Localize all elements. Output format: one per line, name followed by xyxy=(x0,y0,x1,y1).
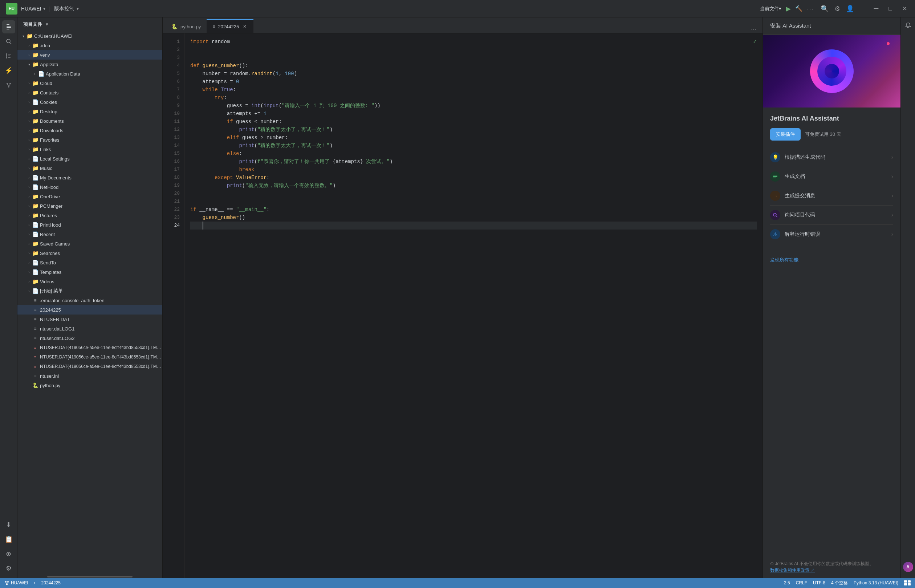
sidebar-item-templates[interactable]: › 📄 Templates xyxy=(18,267,162,277)
activity-search[interactable] xyxy=(2,35,15,48)
sidebar-item-recent[interactable]: › 📄 Recent xyxy=(18,229,162,239)
sidebar-tree[interactable]: ▾ 📁 C:\Users\HUAWEI › 📁 .idea › 📁 venv xyxy=(18,31,162,576)
brand-dropdown[interactable]: ▾ xyxy=(43,6,45,11)
sidebar-item-favorites[interactable]: › 📁 Favorites xyxy=(18,135,162,145)
sidebar-item-ntuser-log2[interactable]: ≡ ntuser.dat.LOG2 xyxy=(18,333,162,343)
activity-structure[interactable] xyxy=(2,49,15,63)
sidebar-item-appdata[interactable]: ▾ 📁 AppData xyxy=(18,60,162,69)
ai-feature-explain-error[interactable]: ⚠ 解释运行时错误 › xyxy=(770,225,893,244)
sidebar-item-pcmanger[interactable]: › 📁 PCManger xyxy=(18,201,162,211)
title-bar-actions: 🔍 ⚙ 👤 ─ □ ✕ xyxy=(821,5,909,13)
line-num-19: 19 xyxy=(163,182,184,190)
ai-feature-generate-code[interactable]: 💡 根据描述生成代码 › xyxy=(770,148,893,167)
status-indent[interactable]: 4 个空格 xyxy=(831,580,848,586)
install-button[interactable]: 安装插件 xyxy=(770,128,800,141)
tab-python-py[interactable]: 🐍 python.py xyxy=(166,19,207,33)
status-encoding[interactable]: CRLF xyxy=(796,580,807,585)
settings-icon[interactable]: ⚙ xyxy=(834,5,840,13)
vcs-label[interactable]: 版本控制 xyxy=(54,5,74,12)
ask-code-label: 询问项目代码 xyxy=(785,212,891,218)
activity-files[interactable] xyxy=(2,20,15,34)
sidebar-item-python-py[interactable]: 🐍 python.py xyxy=(18,381,162,390)
code-editor[interactable]: ✓ import random def guess_number(): numb… xyxy=(184,34,763,578)
ai-feature-gen-doc[interactable]: 生成文档 › xyxy=(770,167,893,186)
sidebar-item-cookies[interactable]: › 📄 Cookies xyxy=(18,97,162,107)
tab-20244225-close[interactable]: ✕ xyxy=(242,24,248,29)
build-icon[interactable]: 🔨 xyxy=(795,5,802,12)
sidebar-item-nethood[interactable]: › 📄 NetHood xyxy=(18,183,162,192)
line-num-24: 24 xyxy=(163,221,184,229)
ai-feature-gen-commit[interactable]: → 生成提交消息 › xyxy=(770,186,893,205)
current-file-label[interactable]: 当前文件▾ xyxy=(760,5,781,12)
run-icon[interactable]: ▶ xyxy=(786,5,791,13)
maximize-button[interactable]: □ xyxy=(886,5,894,12)
start-menu-label: [开始] 菜单 xyxy=(40,288,63,294)
activity-vcs[interactable] xyxy=(2,78,15,92)
saved-games-arrow: › xyxy=(26,241,32,247)
ai-footer-link[interactable]: 数据收集和使用政策 ↗ xyxy=(770,568,815,573)
sidebar-item-downloads[interactable]: › 📁 Downloads xyxy=(18,126,162,135)
line-num-8: 8 xyxy=(163,94,184,102)
sidebar-item-local-settings[interactable]: › 📄 Local Settings xyxy=(18,154,162,163)
sidebar-header-arrow[interactable]: ▾ xyxy=(46,22,48,27)
sidebar-item-sendto[interactable]: › 📄 SendTo xyxy=(18,258,162,267)
activity-problems[interactable]: ⊕ xyxy=(2,547,15,561)
search-icon[interactable]: 🔍 xyxy=(821,5,829,13)
right-gutter-avatar-icon[interactable]: A xyxy=(903,562,913,572)
minimize-button[interactable]: ─ xyxy=(872,5,881,12)
vcs-dropdown[interactable]: ▾ xyxy=(77,6,79,11)
svg-line-25 xyxy=(6,583,7,584)
sidebar-item-start-menu[interactable]: › 📄 [开始] 菜单 xyxy=(18,286,162,296)
status-git[interactable]: HUAWEI xyxy=(4,580,28,585)
sidebar-item-music[interactable]: › 📁 Music xyxy=(18,163,162,173)
sidebar-item-cloud[interactable]: › 📁 Cloud xyxy=(18,78,162,88)
sidebar-item-my-documents[interactable]: › 📄 My Documents xyxy=(18,173,162,183)
sidebar-item-20244225[interactable]: ≡ 20244225 xyxy=(18,305,162,315)
music-arrow: › xyxy=(26,165,32,171)
sidebar-item-videos[interactable]: › 📁 Videos xyxy=(18,277,162,286)
activity-run[interactable]: ⚡ xyxy=(2,64,15,77)
sidebar-item-onedrive[interactable]: › 📁 OneDrive xyxy=(18,192,162,201)
status-grid-toggle[interactable] xyxy=(904,580,911,585)
activity-plugins[interactable]: ⬇ xyxy=(2,518,15,531)
sidebar-item-venv[interactable]: › 📁 venv xyxy=(18,50,162,60)
sidebar-item-links[interactable]: › 📁 Links xyxy=(18,145,162,154)
sidebar-item-ntuser-tm3[interactable]: ≡ NTUSER.DAT{419056ce-a5ee-11ee-8cff-f43… xyxy=(18,362,162,371)
activity-bookmarks[interactable]: 📋 xyxy=(2,533,15,546)
code-line-15: else: xyxy=(190,150,757,158)
sidebar-item-ntuser-tm2[interactable]: ≡ NTUSER.DAT{419056ce-a5ee-11ee-8cff-f43… xyxy=(18,352,162,362)
right-gutter-notifications[interactable] xyxy=(903,20,913,31)
sidebar-item-saved-games[interactable]: › 📁 Saved Games xyxy=(18,239,162,249)
tab-more-button[interactable]: ⋯ xyxy=(748,26,760,33)
activity-settings[interactable]: ⚙ xyxy=(2,562,15,575)
sidebar-item-documents[interactable]: › 📁 Documents xyxy=(18,116,162,126)
more-menu-icon[interactable]: ⋯ xyxy=(807,5,813,13)
sidebar-item-searches[interactable]: › 📁 Searches xyxy=(18,249,162,258)
sidebar-item-contacts[interactable]: › 📁 Contacts xyxy=(18,88,162,97)
status-line-col[interactable]: 2:5 xyxy=(784,580,790,585)
ai-feature-ask-code[interactable]: 询问项目代码 › xyxy=(770,205,893,225)
sidebar-item-pictures[interactable]: › 📁 Pictures xyxy=(18,211,162,220)
start-menu-icon: 📄 xyxy=(32,288,39,294)
activity-bar: ⚡ ⬇ 📋 ⊕ ⚙ xyxy=(0,18,18,578)
sidebar-item-desktop[interactable]: › 📁 Desktop xyxy=(18,107,162,116)
status-branch[interactable]: 20244225 xyxy=(41,580,61,585)
my-docs-label: My Documents xyxy=(40,175,71,181)
brand[interactable]: HUAWEI ▾ | 版本控制 ▾ xyxy=(21,5,79,12)
sidebar-item-idea[interactable]: › 📁 .idea xyxy=(18,41,162,50)
svg-rect-29 xyxy=(904,583,907,585)
status-language[interactable]: Python 3.13 (HUAWEI) xyxy=(854,580,898,585)
sidebar-item-application-data[interactable]: › 📄 Application Data xyxy=(18,69,162,78)
sidebar-item-ntuser-tm1[interactable]: ≡ NTUSER.DAT{419056ce-a5ee-11ee-8cff-f43… xyxy=(18,343,162,352)
sidebar-item-printhood[interactable]: › 📄 PrintHood xyxy=(18,220,162,229)
tree-root[interactable]: ▾ 📁 C:\Users\HUAWEI xyxy=(18,31,162,41)
discover-link[interactable]: 发现所有功能 xyxy=(763,251,900,269)
sidebar-item-emulator-token[interactable]: ≡ .emulator_console_auth_token xyxy=(18,296,162,305)
close-button[interactable]: ✕ xyxy=(900,5,909,12)
user-icon[interactable]: 👤 xyxy=(846,5,854,13)
tab-20244225[interactable]: ≡ 20244225 ✕ xyxy=(207,19,253,33)
sidebar-item-ntuser-dat[interactable]: ≡ NTUSER.DAT xyxy=(18,315,162,324)
status-charset[interactable]: UTF-8 xyxy=(813,580,825,585)
sidebar-item-ntuser-log1[interactable]: ≡ ntuser.dat.LOG1 xyxy=(18,324,162,333)
sidebar-item-ntuser-ini[interactable]: ≡ ntuser.ini xyxy=(18,371,162,381)
